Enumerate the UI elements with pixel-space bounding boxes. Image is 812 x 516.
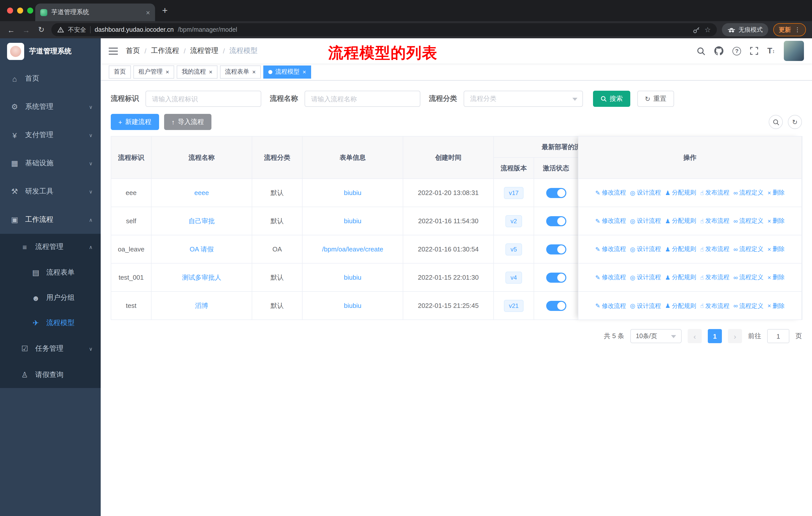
browser-update-button[interactable]: 更新 ⋮ (773, 23, 806, 36)
browser-tab[interactable]: 芋道管理系统 × (35, 3, 155, 21)
active-toggle[interactable] (546, 301, 566, 311)
current-page-button[interactable]: 1 (708, 329, 722, 343)
sidebar-item-process-management[interactable]: 流程管理 (0, 234, 101, 260)
active-toggle[interactable] (546, 272, 566, 282)
form-info-link[interactable]: biubiu (344, 217, 361, 225)
delete-process-link[interactable]: 删除 (767, 217, 785, 225)
edit-process-link[interactable]: 修改流程 (595, 273, 626, 282)
import-process-button[interactable]: 导入流程 (164, 114, 211, 130)
process-name-link[interactable]: eeee (194, 189, 209, 196)
tag-my-process[interactable]: 我的流程 × (177, 65, 218, 78)
delete-process-link[interactable]: 删除 (767, 245, 785, 253)
sidebar-item-system[interactable]: 系统管理 (0, 93, 101, 121)
delete-process-link[interactable]: 删除 (767, 302, 785, 310)
process-definition-link[interactable]: 流程定义 (733, 302, 763, 310)
refresh-table-button[interactable]: ↻ (788, 115, 802, 129)
version-badge[interactable]: v5 (505, 243, 522, 255)
publish-process-link[interactable]: 发布流程 (700, 273, 729, 282)
fullscreen-icon[interactable] (750, 47, 758, 55)
sidebar-item-leave-query[interactable]: 请假查询 (0, 362, 101, 388)
tag-close-icon[interactable]: × (209, 69, 212, 75)
search-button[interactable]: 搜索 (593, 91, 630, 107)
user-avatar[interactable] (784, 41, 804, 61)
process-name-link[interactable]: 测试多审批人 (182, 273, 221, 281)
tag-process-form[interactable]: 流程表单 × (220, 65, 261, 78)
goto-page-input[interactable] (767, 329, 789, 343)
sidebar-item-workflow[interactable]: 工作流程 (0, 206, 101, 234)
process-definition-link[interactable]: 流程定义 (733, 245, 763, 253)
sidebar-item-devtools[interactable]: 研发工具 (0, 178, 101, 206)
help-icon[interactable] (732, 47, 741, 55)
process-id-input[interactable] (145, 91, 261, 107)
prev-page-button[interactable] (688, 329, 702, 343)
process-name-input[interactable] (304, 91, 420, 107)
process-definition-link[interactable]: 流程定义 (733, 273, 763, 282)
form-info-link[interactable]: biubiu (344, 302, 361, 309)
active-toggle[interactable] (546, 188, 566, 198)
security-label[interactable]: 不安全 (68, 25, 86, 34)
address-bar[interactable]: 不安全 dashboard.yudao.iocoder.cn/bpm/manag… (51, 23, 717, 36)
tab-close-icon[interactable]: × (146, 9, 150, 16)
publish-process-link[interactable]: 发布流程 (700, 245, 729, 253)
assign-rule-link[interactable]: 分配规则 (665, 273, 696, 282)
design-process-link[interactable]: 设计流程 (630, 245, 661, 253)
active-toggle[interactable] (546, 244, 566, 254)
browser-menu-icon[interactable]: ⋮ (794, 26, 801, 33)
github-icon[interactable] (714, 46, 723, 55)
new-tab-button[interactable]: + (162, 5, 168, 15)
form-info-link[interactable]: biubiu (344, 189, 361, 196)
breadcrumb-item[interactable]: 工作流程 (151, 46, 179, 55)
sidebar-item-user-group[interactable]: 用户分组 (0, 285, 101, 310)
edit-process-link[interactable]: 修改流程 (595, 302, 626, 310)
breadcrumb-item[interactable]: 流程管理 (190, 46, 219, 55)
next-page-button[interactable] (728, 329, 742, 343)
form-info-link[interactable]: biubiu (344, 274, 361, 281)
process-definition-link[interactable]: 流程定义 (733, 188, 763, 197)
delete-process-link[interactable]: 删除 (767, 188, 785, 197)
publish-process-link[interactable]: 发布流程 (700, 188, 729, 197)
version-badge[interactable]: v17 (504, 187, 524, 199)
assign-rule-link[interactable]: 分配规则 (665, 217, 696, 225)
version-badge[interactable]: v2 (505, 215, 522, 227)
forward-icon[interactable]: → (21, 25, 31, 34)
sidebar-item-process-model[interactable]: 流程模型 (0, 310, 101, 335)
process-name-link[interactable]: OA 请假 (190, 245, 213, 253)
edit-process-link[interactable]: 修改流程 (595, 245, 626, 253)
tag-process-model[interactable]: 流程模型 × (263, 65, 311, 78)
minimize-window-button[interactable] (17, 7, 23, 13)
design-process-link[interactable]: 设计流程 (630, 273, 661, 282)
delete-process-link[interactable]: 删除 (767, 273, 785, 282)
version-badge[interactable]: v21 (504, 300, 524, 312)
process-category-select[interactable]: 流程分类 (464, 91, 583, 107)
password-key-icon[interactable] (693, 26, 700, 33)
sidebar-collapse-icon[interactable] (109, 47, 118, 55)
assign-rule-link[interactable]: 分配规则 (665, 188, 696, 197)
zoom-window-button[interactable] (27, 7, 33, 13)
active-toggle[interactable] (546, 216, 566, 226)
back-icon[interactable]: ← (6, 25, 16, 34)
publish-process-link[interactable]: 发布流程 (700, 302, 729, 310)
tag-tenant[interactable]: 租户管理 × (134, 65, 174, 78)
process-definition-link[interactable]: 流程定义 (733, 217, 763, 225)
process-name-link[interactable]: 自己审批 (188, 217, 215, 224)
reload-icon[interactable]: ↻ (36, 25, 46, 34)
toggle-search-button[interactable] (769, 115, 783, 129)
create-process-button[interactable]: 新建流程 (111, 114, 159, 130)
sidebar-item-task-management[interactable]: 任务管理 (0, 335, 101, 362)
search-icon[interactable] (697, 47, 705, 55)
tag-close-icon[interactable]: × (166, 69, 169, 75)
assign-rule-link[interactable]: 分配规则 (665, 245, 696, 253)
close-window-button[interactable] (7, 7, 13, 13)
bookmark-star-icon[interactable]: ☆ (704, 26, 711, 34)
edit-process-link[interactable]: 修改流程 (595, 217, 626, 225)
edit-process-link[interactable]: 修改流程 (595, 188, 626, 197)
form-info-link[interactable]: /bpm/oa/leave/create (322, 245, 383, 253)
tag-close-icon[interactable]: × (302, 69, 306, 75)
design-process-link[interactable]: 设计流程 (630, 188, 661, 197)
reset-button[interactable]: 重置 (637, 91, 674, 107)
version-badge[interactable]: v4 (505, 271, 522, 283)
publish-process-link[interactable]: 发布流程 (700, 217, 729, 225)
process-name-link[interactable]: 滔博 (195, 302, 208, 309)
design-process-link[interactable]: 设计流程 (630, 217, 661, 225)
sidebar-item-infra[interactable]: 基础设施 (0, 149, 101, 178)
